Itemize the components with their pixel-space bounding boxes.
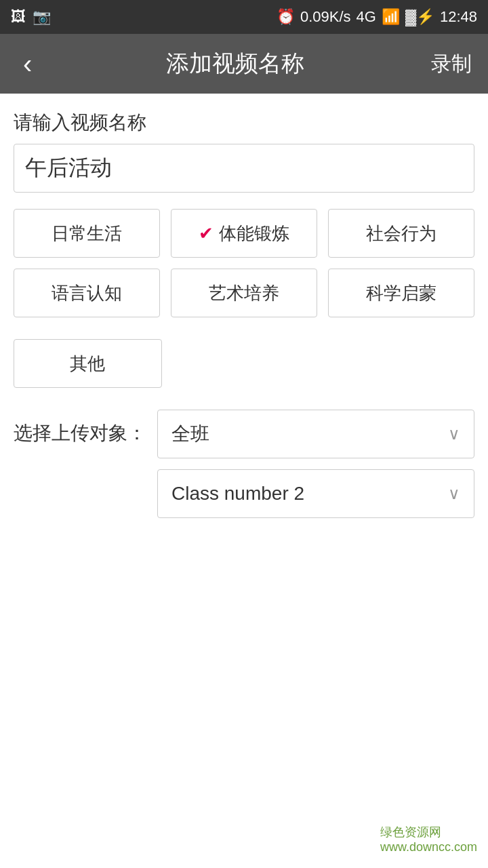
chevron-down-icon-2: ∨ xyxy=(448,484,460,503)
upload-dropdowns: 全班 ∨ Class number 2 ∨ xyxy=(157,410,474,518)
category-other[interactable]: 其他 xyxy=(14,339,162,388)
network-text: 4G xyxy=(357,8,376,26)
camera-icon: 📷 xyxy=(33,8,51,26)
upload-section: 选择上传对象： 全班 ∨ Class number 2 ∨ xyxy=(14,410,474,518)
input-label: 请输入视频名称 xyxy=(14,110,474,136)
category-daily[interactable]: 日常生活 xyxy=(14,209,160,258)
category-science[interactable]: 科学启蒙 xyxy=(328,269,474,317)
category-grid: 日常生活 ✔ 体能锻炼 社会行为 语言认知 艺术培养 科学启蒙 xyxy=(14,209,474,317)
content-area: 请输入视频名称 日常生活 ✔ 体能锻炼 社会行为 语言认知 艺术培养 科学启蒙 … xyxy=(0,94,488,534)
class-type-value: 全班 xyxy=(171,421,209,447)
image-icon: 🖼 xyxy=(11,8,26,26)
class-number-value: Class number 2 xyxy=(171,483,304,505)
upload-label: 选择上传对象： xyxy=(14,420,146,446)
signal-icon: 📶 xyxy=(382,8,400,26)
status-bar-right: ⏰ 0.09K/s 4G 📶 ▓⚡ 12:48 xyxy=(277,8,477,26)
category-language-label: 语言认知 xyxy=(52,281,122,305)
status-bar: 🖼 📷 ⏰ 0.09K/s 4G 📶 ▓⚡ 12:48 xyxy=(0,0,488,34)
status-bar-left: 🖼 📷 xyxy=(11,8,51,26)
category-daily-label: 日常生活 xyxy=(52,222,122,245)
category-language[interactable]: 语言认知 xyxy=(14,269,160,317)
video-name-input[interactable] xyxy=(14,144,474,193)
class-type-dropdown[interactable]: 全班 ∨ xyxy=(157,410,474,458)
page-title: 添加视频名称 xyxy=(166,48,304,79)
class-number-dropdown[interactable]: Class number 2 ∨ xyxy=(157,469,474,518)
category-social[interactable]: 社会行为 xyxy=(328,209,474,258)
chevron-down-icon: ∨ xyxy=(448,425,460,443)
battery-icon: ▓⚡ xyxy=(405,8,434,26)
back-icon: ‹ xyxy=(23,49,32,79)
speed-text: 0.09K/s xyxy=(300,8,351,26)
navbar: ‹ 添加视频名称 录制 xyxy=(0,34,488,94)
watermark: 绿色资源网www.downcc.com xyxy=(380,824,477,854)
alarm-icon: ⏰ xyxy=(277,8,295,26)
category-science-label: 科学启蒙 xyxy=(366,281,436,305)
record-button[interactable]: 录制 xyxy=(431,50,472,78)
category-fitness-label: 体能锻炼 xyxy=(219,222,289,245)
category-social-label: 社会行为 xyxy=(366,222,436,245)
category-fitness[interactable]: ✔ 体能锻炼 xyxy=(171,209,317,258)
time-text: 12:48 xyxy=(440,8,477,26)
back-button[interactable]: ‹ xyxy=(16,42,39,86)
category-other-label: 其他 xyxy=(70,352,105,376)
category-art[interactable]: 艺术培养 xyxy=(171,269,317,317)
check-icon: ✔ xyxy=(199,223,214,244)
category-art-label: 艺术培养 xyxy=(209,281,279,305)
